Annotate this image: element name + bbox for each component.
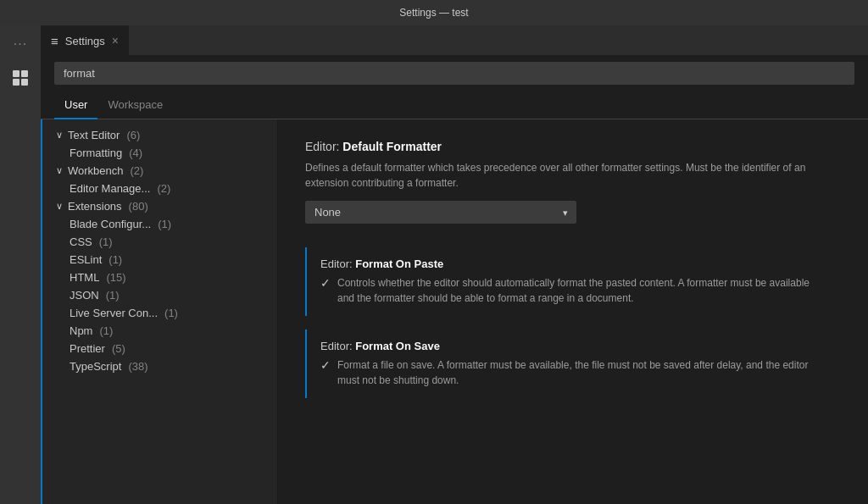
- tree-count: (1): [99, 324, 113, 337]
- tree-item-html[interactable]: HTML (15): [42, 269, 277, 286]
- tree-label: TypeScript: [70, 360, 121, 373]
- tree-label: Workbench: [68, 164, 124, 177]
- tree-item-npm[interactable]: Npm (1): [42, 322, 277, 340]
- format-on-save-checkbox[interactable]: ✓: [320, 358, 331, 372]
- tree-count: (1): [99, 235, 113, 248]
- extensions-icon: [11, 69, 30, 87]
- format-on-paste-title: Editor: Format On Paste: [320, 258, 827, 270]
- settings-body: ∨ Text Editor (6) Formatting (4) ∨ Workb…: [41, 119, 868, 504]
- tree-count: (1): [158, 218, 171, 230]
- settings-panel: Editor: Default Formatter Defines a defa…: [278, 119, 868, 504]
- format-on-paste-description: Controls whether the editor should autom…: [337, 275, 827, 306]
- tab-bar: ≡ Settings ×: [41, 25, 868, 55]
- setting-format-on-save: Editor: Format On Save ✓ Format a file o…: [305, 330, 841, 398]
- tree-item-css[interactable]: CSS (1): [42, 233, 277, 251]
- setting-desc-default-formatter: Defines a default formatter which takes …: [305, 160, 841, 191]
- chevron-extensions: ∨: [56, 201, 63, 212]
- setting-format-on-paste: Editor: Format On Paste ✓ Controls wheth…: [305, 247, 841, 316]
- format-on-save-checkbox-row: ✓ Format a file on save. A formatter mus…: [320, 357, 827, 388]
- tab-workspace[interactable]: Workspace: [97, 91, 173, 119]
- tree-count: (1): [108, 253, 122, 266]
- tree-label: CSS: [70, 235, 92, 248]
- tree-label: Editor Manage...: [70, 182, 150, 195]
- tree-label: Text Editor: [68, 129, 120, 141]
- tab-user[interactable]: User: [54, 91, 97, 119]
- search-input[interactable]: format: [54, 62, 854, 85]
- default-formatter-select[interactable]: None: [305, 201, 576, 224]
- tree-count: (6): [126, 129, 140, 141]
- format-on-save-description: Format a file on save. A formatter must …: [337, 357, 827, 388]
- tree-label: Prettier: [70, 342, 105, 355]
- chevron-text-editor: ∨: [56, 130, 63, 141]
- tree-item-blade[interactable]: Blade Configur... (1): [42, 215, 277, 233]
- tree-item-editor-manage[interactable]: Editor Manage... (2): [42, 180, 277, 197]
- settings-content: format User Workspace ∨ Text Editor: [41, 55, 868, 504]
- tree-item-json[interactable]: JSON (1): [42, 286, 277, 304]
- activity-ellipsis[interactable]: ···: [8, 32, 32, 56]
- format-on-save-title: Editor: Format On Save: [320, 340, 827, 352]
- svg-rect-3: [21, 79, 28, 86]
- activity-extensions[interactable]: [8, 66, 32, 90]
- tree-label: Extensions: [68, 200, 122, 213]
- format-on-paste-area: Editor: Format On Paste ✓ Controls wheth…: [320, 258, 827, 306]
- tree-item-workbench[interactable]: ∨ Workbench (2): [42, 162, 277, 180]
- title-bar: Settings — test: [0, 0, 868, 25]
- tree-label: Npm: [70, 324, 92, 337]
- tree-item-prettier[interactable]: Prettier (5): [42, 340, 277, 357]
- editor-area: ≡ Settings × format User Workspace: [41, 25, 868, 504]
- tree-label: Live Server Con...: [70, 307, 158, 319]
- tree-count: (1): [106, 289, 120, 302]
- format-on-paste-checkbox[interactable]: ✓: [320, 276, 331, 290]
- default-formatter-select-wrapper: None ▾: [305, 201, 576, 224]
- tree-count: (38): [128, 360, 147, 373]
- tree-label: Formatting: [70, 147, 122, 159]
- setting-default-formatter: Editor: Default Formatter Defines a defa…: [305, 140, 841, 224]
- search-bar-container: format: [41, 55, 868, 91]
- settings-tree: ∨ Text Editor (6) Formatting (4) ∨ Workb…: [41, 119, 278, 504]
- tree-count: (15): [106, 271, 125, 284]
- activity-bar: ···: [0, 25, 41, 504]
- tree-count: (80): [129, 200, 148, 213]
- svg-rect-2: [13, 79, 19, 86]
- tree-item-formatting[interactable]: Formatting (4): [42, 144, 277, 162]
- tree-count: (2): [157, 182, 170, 195]
- tree-count: (1): [164, 307, 178, 319]
- window-title: Settings — test: [399, 7, 468, 19]
- ellipsis-icon: ···: [14, 36, 27, 52]
- svg-rect-1: [21, 70, 28, 77]
- tree-label: HTML: [70, 271, 99, 284]
- tree-label: JSON: [70, 289, 99, 302]
- tree-item-text-editor[interactable]: ∨ Text Editor (6): [42, 126, 277, 144]
- tree-count: (4): [129, 147, 142, 159]
- svg-rect-0: [13, 70, 19, 77]
- format-on-paste-checkbox-row: ✓ Controls whether the editor should aut…: [320, 275, 827, 306]
- tree-count: (5): [112, 342, 125, 355]
- tab-close-button[interactable]: ×: [112, 35, 119, 47]
- tree-count: (2): [131, 164, 144, 177]
- tree-label: ESLint: [70, 253, 102, 266]
- tree-label: Blade Configur...: [70, 218, 151, 230]
- tree-item-typescript[interactable]: TypeScript (38): [42, 357, 277, 375]
- tab-icon: ≡: [51, 34, 58, 48]
- tree-item-eslint[interactable]: ESLint (1): [42, 251, 277, 269]
- tree-item-extensions[interactable]: ∨ Extensions (80): [42, 197, 277, 215]
- chevron-workbench: ∨: [56, 165, 63, 176]
- tab-label: Settings: [65, 35, 105, 47]
- tree-item-live-server[interactable]: Live Server Con... (1): [42, 304, 277, 322]
- settings-tab[interactable]: ≡ Settings ×: [41, 25, 129, 55]
- settings-tabs: User Workspace: [41, 91, 868, 119]
- format-on-save-area: Editor: Format On Save ✓ Format a file o…: [320, 340, 827, 388]
- setting-title-default-formatter: Editor: Default Formatter: [305, 140, 841, 153]
